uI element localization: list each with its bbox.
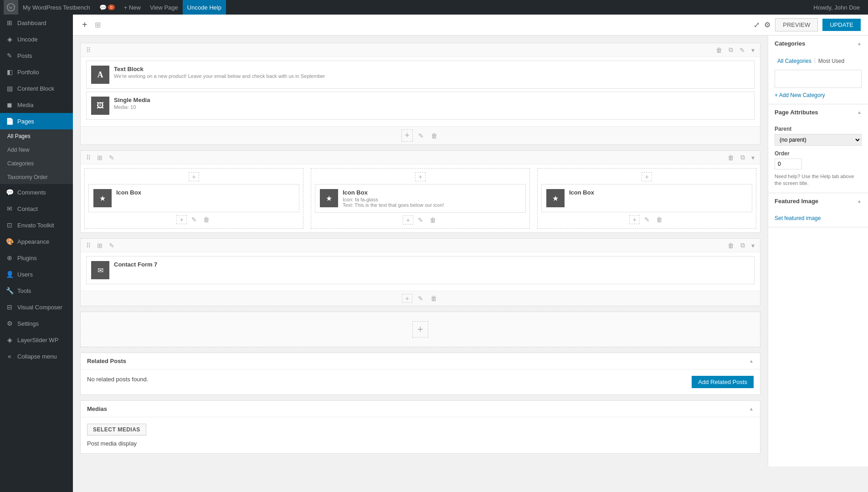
order-input[interactable] — [775, 159, 802, 169]
col3-delete-btn[interactable]: 🗑 — [654, 215, 664, 224]
most-used-tab[interactable]: Most Used — [816, 57, 847, 65]
text-block-element: A Text Block We're working on a new prod… — [86, 61, 755, 89]
view-page-link[interactable]: View Page — [145, 0, 183, 15]
sidebar-item-visual-composer[interactable]: ⊟ Visual Composer — [0, 299, 73, 315]
add-element-button[interactable]: + — [80, 19, 89, 31]
sidebar-item-categories[interactable]: Categories — [0, 157, 73, 170]
col1-delete-btn[interactable]: 🗑 — [201, 215, 211, 224]
col3-add-btn[interactable]: + — [642, 172, 652, 181]
col3-add-bottom-btn[interactable]: + — [629, 215, 639, 224]
col2-bottom: + ✎ 🗑 — [315, 215, 526, 225]
grid-view-button[interactable]: ⊞ — [93, 20, 103, 30]
sidebar-item-layerslider[interactable]: ◈ LayerSlider WP — [0, 332, 73, 348]
comments-link[interactable]: 💬 0 — [95, 0, 119, 15]
sidebar-item-tools[interactable]: 🔧 Tools — [0, 282, 73, 299]
all-categories-tab[interactable]: All Categories — [775, 57, 814, 65]
vc-empty-row[interactable]: + — [80, 312, 760, 347]
featured-image-body: Set featured image — [768, 209, 868, 227]
row3-copy-icon[interactable]: ⧉ — [739, 241, 747, 250]
row3-add-btn[interactable]: + — [402, 294, 412, 303]
row2-edit-row-icon[interactable]: ✎ — [107, 153, 116, 162]
row3-collapse-icon[interactable]: ▾ — [750, 241, 756, 250]
add-row-btn[interactable]: + — [412, 321, 428, 338]
row3-grid-icon[interactable]: ⊞ — [95, 241, 104, 250]
set-featured-image-link[interactable]: Set featured image — [775, 215, 821, 221]
row1-collapse-icon[interactable]: ▾ — [750, 46, 756, 55]
sidebar-item-appearance[interactable]: 🎨 Appearance — [0, 233, 73, 250]
categories-section-header[interactable]: Categories ▲ — [768, 36, 868, 51]
related-posts-title: Related Posts — [87, 358, 126, 364]
row1-edit-icon[interactable]: ✎ — [738, 46, 747, 55]
col2-add-btn[interactable]: + — [415, 172, 425, 181]
featured-image-header[interactable]: Featured Image ▲ — [768, 193, 868, 209]
col1-edit-btn[interactable]: ✎ — [190, 215, 199, 224]
sidebar-item-add-new[interactable]: Add New — [0, 143, 73, 157]
uncode-icon: ◈ — [5, 36, 14, 43]
row2-collapse-icon[interactable]: ▾ — [750, 153, 756, 162]
page-attributes-header[interactable]: Page Attributes ▲ — [768, 104, 868, 120]
sidebar-item-media[interactable]: ◼ Media — [0, 97, 73, 113]
parent-select[interactable]: (no parent) — [775, 134, 862, 146]
editor-settings-icon[interactable]: ⚙ — [764, 20, 770, 29]
sidebar-item-contact[interactable]: ✉ Contact — [0, 200, 73, 217]
row3-delete-btn[interactable]: 🗑 — [429, 294, 439, 303]
col2-controls: + — [315, 172, 526, 181]
row1-delete-icon[interactable]: 🗑 — [714, 46, 724, 55]
users-icon: 👤 — [5, 271, 14, 278]
col2-delete-btn[interactable]: 🗑 — [428, 215, 438, 225]
update-button[interactable]: UPDATE — [822, 19, 861, 31]
row1-copy-icon[interactable]: ⧉ — [727, 45, 735, 55]
sidebar-item-taxonomy-order[interactable]: Taxonomy Order — [0, 170, 73, 184]
sidebar-item-comments[interactable]: 💬 Comments — [0, 184, 73, 200]
site-name[interactable]: My WordPress Testbench — [18, 0, 95, 15]
settings-icon: ⚙ — [5, 320, 14, 327]
col2-add-bottom-btn[interactable]: + — [403, 215, 413, 225]
sidebar-item-pages[interactable]: 📄 Pages — [0, 113, 73, 129]
row3-edit-icon[interactable]: ✎ — [107, 241, 116, 250]
select-medias-button[interactable]: SELECT MEDIAS — [87, 424, 146, 436]
expand-icon[interactable]: ⤢ — [754, 20, 760, 29]
row1-drag-handle[interactable]: ⠿ — [84, 46, 92, 55]
col1-add-bottom-btn[interactable]: + — [176, 215, 186, 224]
sidebar-item-content-block[interactable]: ▤ Content Block — [0, 80, 73, 97]
col3-edit-btn[interactable]: ✎ — [642, 215, 652, 224]
sidebar-item-label: Media — [17, 102, 33, 108]
row3-delete-icon[interactable]: 🗑 — [726, 241, 736, 250]
related-posts-header[interactable]: Related Posts ▲ — [81, 353, 760, 369]
row1-delete-btn[interactable]: 🗑 — [429, 131, 439, 140]
plugins-icon: ⊕ — [5, 254, 14, 261]
sidebar-item-dashboard[interactable]: ⊞ Dashboard — [0, 15, 73, 31]
sidebar-item-settings[interactable]: ⚙ Settings — [0, 315, 73, 332]
preview-button[interactable]: PREVIEW — [775, 18, 818, 31]
row2-copy-icon[interactable]: ⧉ — [739, 153, 747, 162]
sidebar-item-all-pages[interactable]: All Pages — [0, 129, 73, 143]
row1-add-col-btn[interactable]: + — [401, 129, 413, 142]
row1-edit-btn[interactable]: ✎ — [416, 131, 426, 140]
sidebar-item-plugins[interactable]: ⊕ Plugins — [0, 250, 73, 266]
sidebar-item-label: Settings — [17, 320, 39, 327]
sidebar-item-posts[interactable]: ✎ Posts — [0, 47, 73, 64]
row2-grid-icon[interactable]: ⊞ — [95, 153, 104, 162]
sidebar-item-portfolio[interactable]: ◧ Portfolio — [0, 64, 73, 80]
row3-drag-handle[interactable]: ⠿ — [84, 241, 92, 250]
text-block-icon: A — [91, 66, 109, 84]
sidebar-item-users[interactable]: 👤 Users — [0, 266, 73, 282]
active-tab-link[interactable]: Uncode Help — [183, 0, 226, 15]
add-new-category-link[interactable]: + Add New Category — [775, 92, 825, 98]
page-attributes-body: Parent (no parent) Order Need help? Use … — [768, 120, 868, 193]
sidebar-item-collapse[interactable]: « Collapse menu — [0, 348, 73, 364]
row2-delete-icon[interactable]: 🗑 — [726, 153, 736, 162]
row1-controls: ⠿ 🗑 ⧉ ✎ ▾ — [81, 43, 760, 57]
new-button[interactable]: + New — [119, 0, 145, 15]
add-related-posts-button[interactable]: Add Related Posts — [692, 376, 754, 388]
row3-edit-btn[interactable]: ✎ — [416, 294, 425, 303]
sidebar-item-envato-toolkit[interactable]: ⊡ Envato Toolkit — [0, 217, 73, 233]
col2-edit-btn[interactable]: ✎ — [416, 215, 425, 225]
medias-header[interactable]: Medias ▲ — [81, 401, 760, 417]
col1-add-btn[interactable]: + — [189, 172, 199, 181]
contact-form-content: Contact Form 7 — [114, 261, 750, 268]
row2-drag-handle[interactable]: ⠿ — [84, 153, 92, 162]
vc-row-3: ⠿ ⊞ ✎ 🗑 ⧉ ▾ ✉ — [80, 238, 760, 306]
row1-bottom: + ✎ 🗑 — [81, 126, 760, 144]
sidebar-item-uncode[interactable]: ◈ Uncode — [0, 31, 73, 47]
